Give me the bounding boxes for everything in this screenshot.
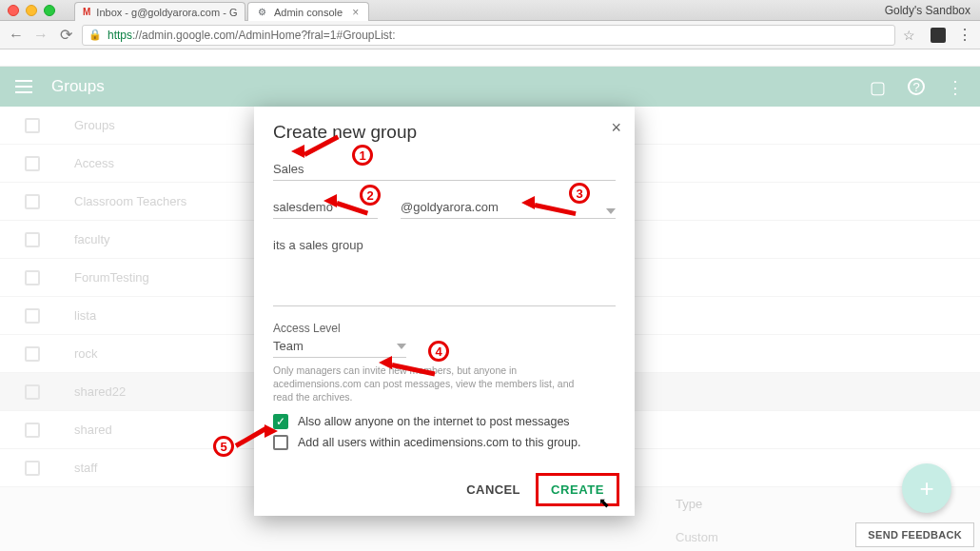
chrome-tab-label: Inbox - g@goldyarora.com - G [96,7,237,18]
gmail-icon: M [83,6,90,18]
chrome-toolbar: ← → ⟳ 🔒 https://admin.google.com/AdminHo… [0,21,980,49]
url-rest: ://admin.google.com/AdminHome?fral=1#Gro… [132,29,395,42]
plus-icon: + [919,474,933,503]
allow-internet-checkbox[interactable]: ✓ [273,414,288,429]
group-email-domain-select[interactable]: @goldyarora.com [401,198,616,219]
back-icon[interactable]: ← [8,27,25,44]
gear-icon: ⚙ [256,6,268,18]
chrome-profile-name[interactable]: Goldy's Sandbox [885,4,970,17]
bookmark-star-icon[interactable]: ☆ [903,28,915,43]
admin-top-sliver [0,49,980,67]
cursor-icon: ⬉ [598,495,610,510]
add-all-users-checkbox[interactable] [273,435,288,450]
help-icon[interactable]: ? [908,78,925,95]
cancel-button[interactable]: CANCEL [457,474,530,505]
access-level-label: Access Level [273,322,616,335]
close-icon[interactable]: × [352,6,359,19]
more-icon[interactable]: ⋮ [946,77,965,96]
create-group-dialog: × Create new group @goldyarora.com its a… [254,107,635,516]
chevron-down-icon [606,208,616,214]
forward-icon[interactable]: → [32,27,49,44]
add-group-fab[interactable]: + [902,463,951,513]
chrome-menu-icon[interactable]: ⋮ [957,26,972,44]
add-all-users-row[interactable]: Add all users within acedimensions.com t… [273,435,616,450]
access-level-select[interactable]: Team [273,339,406,358]
access-hint-text: Only managers can invite new members, bu… [273,364,597,404]
domain-value: @goldyarora.com [401,200,499,214]
traffic-zoom[interactable] [44,5,55,16]
groups-table: Groups AccessClassroom TeachersfacultyFo… [0,107,980,551]
close-icon[interactable]: × [611,118,621,138]
chrome-tabstrip: M Inbox - g@goldyarora.com - G × ⚙ Admin… [74,0,371,21]
omnibox[interactable]: 🔒 https://admin.google.com/AdminHome?fra… [82,25,895,46]
page-title: Groups [51,77,105,96]
mac-titlebar: M Inbox - g@goldyarora.com - G × ⚙ Admin… [0,0,980,21]
menu-icon[interactable] [15,80,32,93]
traffic-close[interactable] [8,5,19,16]
lock-icon: 🔒 [88,29,102,41]
chevron-down-icon [397,344,406,349]
group-description-input[interactable]: its a sales group [273,236,616,306]
open-external-icon[interactable]: ▢ [868,77,887,96]
traffic-min[interactable] [26,5,37,16]
url-scheme: https [108,29,132,42]
access-value: Team [273,339,304,353]
chrome-tab-gmail[interactable]: M Inbox - g@goldyarora.com - G × [74,2,245,21]
group-email-local-input[interactable] [273,198,378,219]
allow-internet-row[interactable]: ✓ Also allow anyone on the internet to p… [273,414,616,429]
extension-icon[interactable] [931,28,946,43]
send-feedback-button[interactable]: SEND FEEDBACK [855,522,974,547]
dialog-title: Create new group [273,122,616,143]
chrome-tab-admin[interactable]: ⚙ Admin console × [247,2,369,21]
add-all-users-label: Add all users within acedimensions.com t… [298,436,580,449]
admin-header: Groups ▢ ? ⋮ [0,67,980,107]
reload-icon[interactable]: ⟳ [57,26,74,44]
group-name-input[interactable] [273,160,616,181]
allow-internet-label: Also allow anyone on the internet to pos… [298,415,570,428]
chrome-tab-label: Admin console [274,7,343,18]
